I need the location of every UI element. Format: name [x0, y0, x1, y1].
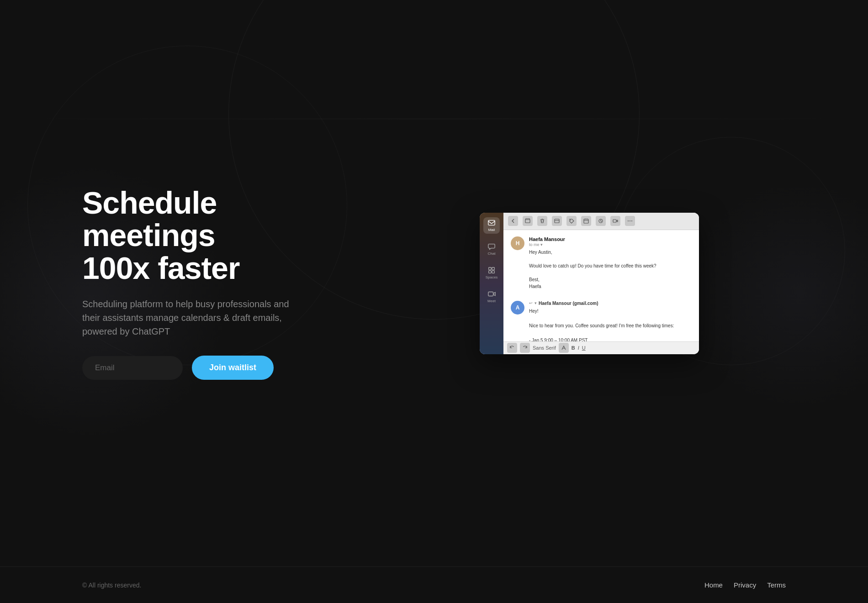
reply-area: A ↩ ▾ Haefa Mansour (gmail.com) Hey! Nic… — [511, 301, 692, 341]
incoming-email: H Haefa Mansour to me ▾ Hey Austin, Woul… — [511, 236, 692, 290]
svg-point-13 — [630, 220, 630, 221]
font-name[interactable]: Sans Serif — [533, 345, 556, 351]
hero-title: Schedule meetings 100x faster — [82, 187, 356, 284]
left-section: Schedule meetings 100x faster Scheduling… — [82, 187, 356, 380]
main-content: Schedule meetings 100x faster Scheduling… — [0, 0, 868, 566]
sender-avatar: H — [511, 236, 524, 250]
svg-rect-5 — [488, 292, 493, 296]
sidebar-mail-label: Mail — [488, 228, 495, 232]
right-section: Mail Chat Spaces — [356, 213, 786, 354]
to-line: to me ▾ — [529, 242, 692, 247]
svg-rect-3 — [489, 271, 491, 273]
footer-link-privacy[interactable]: Privacy — [734, 581, 756, 589]
tag-btn[interactable] — [566, 216, 577, 226]
svg-rect-6 — [525, 220, 530, 223]
delete-btn[interactable] — [537, 216, 547, 226]
svg-point-8 — [570, 220, 571, 220]
calendar-btn[interactable] — [581, 216, 591, 226]
footer: © All rights reserved. Home Privacy Term… — [0, 566, 868, 603]
reply-body: ↩ ▾ Haefa Mansour (gmail.com) Hey! Nice … — [529, 301, 692, 341]
svg-rect-9 — [584, 219, 588, 223]
sidebar-chat[interactable]: Chat — [483, 241, 500, 257]
svg-point-14 — [631, 220, 632, 221]
incoming-email-text: Hey Austin, Would love to catch up! Do y… — [529, 249, 692, 290]
footer-links: Home Privacy Terms — [704, 581, 786, 589]
svg-rect-7 — [555, 219, 559, 223]
reply-header: ↩ ▾ Haefa Mansour (gmail.com) — [529, 301, 692, 306]
svg-rect-1 — [489, 267, 491, 270]
snooze-btn[interactable] — [596, 216, 606, 226]
bold-btn[interactable]: B — [572, 345, 575, 351]
svg-rect-2 — [492, 267, 494, 270]
cta-row: Join waitlist — [82, 356, 356, 380]
sidebar-mail[interactable]: Mail — [483, 217, 500, 234]
mail-content: H Haefa Mansour to me ▾ Hey Austin, Woul… — [503, 230, 699, 341]
sidebar-chat-label: Chat — [488, 252, 496, 256]
email-input[interactable] — [82, 356, 183, 380]
undo-btn[interactable] — [507, 343, 517, 353]
archive-btn[interactable] — [523, 216, 533, 226]
italic-btn[interactable]: I — [578, 345, 579, 351]
reply-text: Hey! Nice to hear from you. Coffee sound… — [529, 308, 692, 341]
svg-rect-4 — [492, 271, 494, 273]
svg-rect-11 — [613, 220, 616, 222]
font-size-btn[interactable] — [559, 343, 569, 353]
page-wrapper: Schedule meetings 100x faster Scheduling… — [0, 0, 868, 603]
underline-btn[interactable]: U — [582, 345, 586, 351]
svg-point-12 — [628, 220, 629, 221]
mail-toolbar — [503, 213, 699, 230]
app-screenshot: Mail Chat Spaces — [480, 213, 699, 354]
join-waitlist-button[interactable]: Join waitlist — [192, 356, 274, 380]
footer-link-terms[interactable]: Terms — [767, 581, 786, 589]
mail-main: H Haefa Mansour to me ▾ Hey Austin, Woul… — [503, 213, 699, 354]
email-body-incoming: Haefa Mansour to me ▾ Hey Austin, Would … — [529, 236, 692, 290]
move-btn[interactable] — [552, 216, 562, 226]
back-btn[interactable] — [508, 216, 518, 226]
sender-name: Haefa Mansour — [529, 236, 692, 242]
footer-link-home[interactable]: Home — [704, 581, 723, 589]
sidebar-spaces-label: Spaces — [486, 275, 498, 279]
more-btn[interactable] — [625, 216, 635, 226]
sidebar-meet-label: Meet — [487, 299, 496, 303]
hero-subtitle: Scheduling platform to help busy profess… — [82, 297, 302, 338]
redo-btn[interactable] — [520, 343, 530, 353]
svg-rect-0 — [488, 220, 495, 225]
copyright: © All rights reserved. — [82, 582, 141, 589]
meet-toolbar-btn[interactable] — [610, 216, 620, 226]
reply-avatar: A — [511, 301, 524, 315]
compose-toolbar: Sans Serif B I U — [503, 341, 699, 354]
sidebar-meet[interactable]: Meet — [483, 288, 500, 305]
sidebar-spaces[interactable]: Spaces — [483, 265, 500, 281]
